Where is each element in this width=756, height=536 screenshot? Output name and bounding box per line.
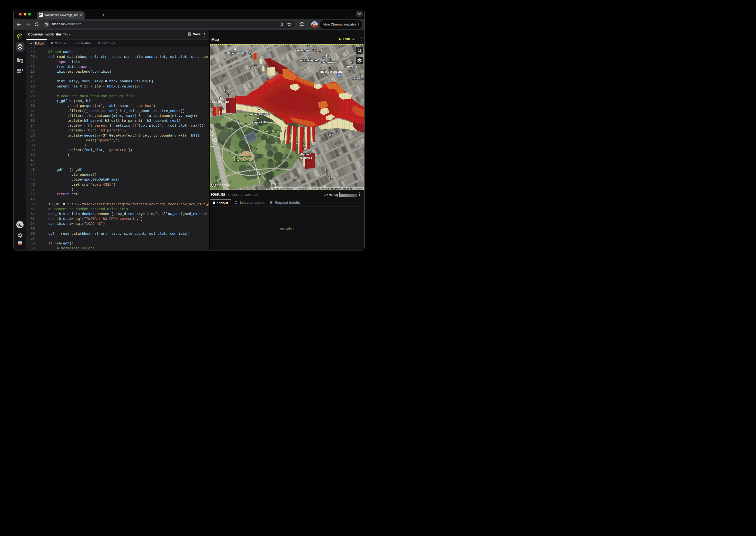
svg-text:Nopa Indian Cuisine: Nopa Indian Cuisine (295, 49, 322, 52)
svg-text:The Independent: The Independent (319, 70, 342, 73)
svg-text:Oak Fair Market: Oak Fair Market (224, 51, 246, 54)
svg-text:Beretta: Beretta (347, 65, 357, 68)
svg-text:La Sarrasine: La Sarrasine (321, 61, 338, 64)
svg-text:Made with Fused | © Mapbox © O: Made with Fused | © Mapbox © OpenStreetM… (273, 187, 363, 190)
svg-text:Bi-Rite Market: Bi-Rite Market (300, 59, 318, 62)
svg-text:Lombard Scho: Lombard Scho (210, 100, 229, 103)
svg-text:Alamo Square: Alamo Square (232, 155, 251, 158)
svg-text:Alamo Heights: Alamo Heights (250, 113, 270, 116)
svg-text:Alamo S: Alamo S (300, 152, 312, 155)
svg-text:Hayes Hill: Hayes Hill (252, 121, 266, 124)
svg-text:Alamo Square: Alamo Square (263, 129, 281, 132)
svg-text:4505 Burger: 4505 Burger (352, 77, 364, 80)
svg-text:Historic t: Historic t (300, 156, 312, 159)
svg-text:mapbox: mapbox (217, 183, 230, 187)
svg-text:Playground: Playground (234, 159, 249, 162)
